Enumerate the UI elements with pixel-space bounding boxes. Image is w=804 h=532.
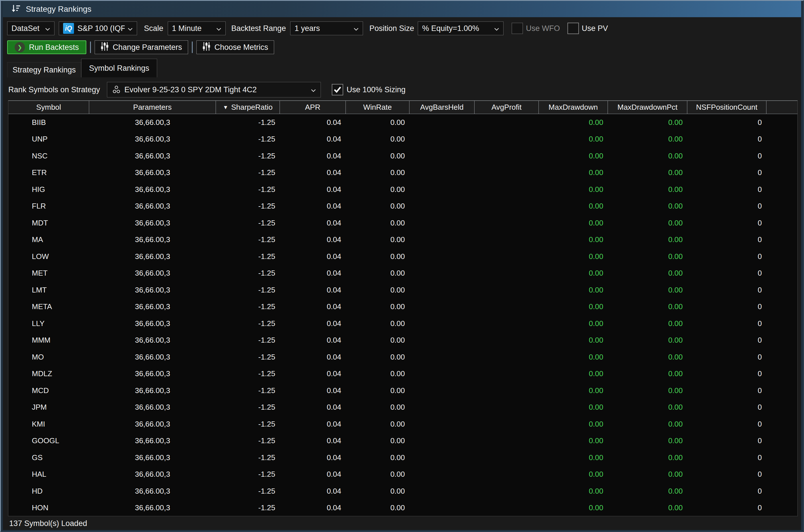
cell-symbol: META [8, 299, 89, 316]
cell-max_drawdown_pct: 0.00 [608, 148, 687, 165]
cell-win_rate: 0.00 [346, 214, 409, 231]
cell-max_drawdown: 0.00 [539, 433, 608, 450]
column-header-apr[interactable]: APR [280, 101, 346, 114]
column-header-symbol[interactable]: Symbol [8, 101, 89, 114]
column-header-parameters[interactable]: Parameters [89, 101, 216, 114]
cell-avg_bars_held [409, 399, 475, 416]
cell-max_drawdown_pct: 0.00 [608, 214, 687, 231]
table-row[interactable]: UNP36,66.00,3-1.250.040.000.000.000 [8, 131, 798, 148]
title-bar[interactable]: Strategy Rankings [3, 1, 801, 17]
cell-filler [766, 483, 798, 500]
cell-filler [766, 399, 798, 416]
table-row[interactable]: HD36,66.00,3-1.250.040.000.000.000 [8, 483, 798, 500]
cell-sharpe_ratio: -1.25 [216, 315, 280, 332]
table-row[interactable]: META36,66.00,3-1.250.040.000.000.000 [8, 299, 798, 316]
table-row[interactable]: MMM36,66.00,3-1.250.040.000.000.000 [8, 332, 798, 349]
dataset-dropdown[interactable]: DataSet [7, 21, 54, 35]
backtest-range-value: 1 years [294, 24, 351, 33]
table-row[interactable]: JPM36,66.00,3-1.250.040.000.000.000 [8, 399, 798, 416]
table-row[interactable]: LOW36,66.00,3-1.250.040.000.000.000 [8, 248, 798, 265]
table-row[interactable]: MO36,66.00,3-1.250.040.000.000.000 [8, 349, 798, 365]
column-header-max_drawdown[interactable]: MaxDrawdown [539, 101, 608, 114]
cell-max_drawdown_pct: 0.00 [608, 365, 687, 382]
table-row[interactable]: ETR36,66.00,3-1.250.040.000.000.000 [8, 165, 798, 181]
cell-symbol: MDLZ [8, 365, 89, 382]
cell-avg_profit [475, 299, 539, 316]
cell-max_drawdown: 0.00 [539, 231, 608, 248]
column-header-win_rate[interactable]: WinRate [346, 101, 409, 114]
use-wfo-checkbox [512, 23, 523, 34]
cell-filler [766, 181, 798, 198]
cell-win_rate: 0.00 [346, 165, 409, 181]
cell-avg_profit [475, 231, 539, 248]
cell-max_drawdown: 0.00 [539, 165, 608, 181]
table-row[interactable]: LMT36,66.00,3-1.250.040.000.000.000 [8, 282, 798, 299]
table-row[interactable]: NSC36,66.00,3-1.250.040.000.000.000 [8, 148, 798, 165]
status-text: 137 Symbol(s) Loaded [9, 519, 87, 528]
table-row[interactable]: HON36,66.00,3-1.250.040.000.000.000 [8, 500, 798, 516]
cell-filler [766, 282, 798, 299]
cell-avg_profit [475, 165, 539, 181]
choose-metrics-button[interactable]: Choose Metrics [196, 40, 274, 54]
rank-symbols-label: Rank Symbols on Strategy [8, 86, 100, 94]
cell-max_drawdown_pct: 0.00 [608, 416, 687, 433]
tab-strategy-rankings[interactable]: Strategy Rankings [7, 62, 81, 77]
cell-nsf_position_count: 0 [687, 165, 766, 181]
cell-avg_bars_held [409, 265, 475, 282]
cell-filler [766, 198, 798, 215]
cell-avg_bars_held [409, 416, 475, 433]
position-size-dropdown[interactable]: % Equity=1.00% [418, 21, 504, 35]
cell-parameters: 36,66.00,3 [89, 382, 216, 399]
column-header-sharpe_ratio[interactable]: ▼SharpeRatio [216, 101, 280, 114]
cell-sharpe_ratio: -1.25 [216, 131, 280, 148]
cell-parameters: 36,66.00,3 [89, 198, 216, 215]
cell-symbol: MA [8, 231, 89, 248]
cell-win_rate: 0.00 [346, 483, 409, 500]
use-pv-checkbox[interactable] [567, 23, 579, 34]
backtest-range-dropdown[interactable]: 1 years [290, 21, 363, 35]
cell-avg_bars_held [409, 466, 475, 483]
run-backtests-button[interactable]: ❯ Run Backtests [7, 40, 86, 54]
table-row[interactable]: MCD36,66.00,3-1.250.040.000.000.000 [8, 382, 798, 399]
tab-symbol-rankings[interactable]: Symbol Rankings [81, 59, 157, 77]
cell-parameters: 36,66.00,3 [89, 315, 216, 332]
cell-max_drawdown_pct: 0.00 [608, 265, 687, 282]
column-header-max_drawdown_pct[interactable]: MaxDrawdownPct [608, 101, 687, 114]
table-row[interactable]: BIIB36,66.00,3-1.250.040.000.000.000 [8, 114, 798, 131]
cell-avg_bars_held [409, 282, 475, 299]
cell-max_drawdown_pct: 0.00 [608, 483, 687, 500]
strategy-dropdown[interactable]: Evolver 9-25-23 0 SPY 2DM Tight 4C2 [107, 82, 321, 97]
table-row[interactable]: FLR36,66.00,3-1.250.040.000.000.000 [8, 198, 798, 215]
column-header-nsf_position_count[interactable]: NSFPositionCount [687, 101, 766, 114]
cell-avg_profit [475, 332, 539, 349]
cell-apr: 0.04 [280, 282, 346, 299]
table-row[interactable]: LLY36,66.00,3-1.250.040.000.000.000 [8, 315, 798, 332]
cell-avg_bars_held [409, 315, 475, 332]
table-row[interactable]: MA36,66.00,3-1.250.040.000.000.000 [8, 231, 798, 248]
scale-dropdown[interactable]: 1 Minute [168, 21, 226, 35]
cell-avg_profit [475, 265, 539, 282]
sliders-icon [100, 41, 109, 53]
table-row[interactable]: MDT36,66.00,3-1.250.040.000.000.000 [8, 214, 798, 231]
cell-max_drawdown: 0.00 [539, 299, 608, 316]
cell-filler [766, 382, 798, 399]
table-row[interactable]: HIG36,66.00,3-1.250.040.000.000.000 [8, 181, 798, 198]
column-header-label: AvgProfit [491, 103, 522, 112]
column-header-avg_bars_held[interactable]: AvgBarsHeld [409, 101, 475, 114]
table-row[interactable]: KMI36,66.00,3-1.250.040.000.000.000 [8, 416, 798, 433]
change-parameters-button[interactable]: Change Parameters [95, 40, 188, 54]
dataset-value-dropdown[interactable]: iQ S&P 100 (IQF [59, 21, 137, 35]
table-row[interactable]: GOOGL36,66.00,3-1.250.040.000.000.000 [8, 433, 798, 450]
toolbar-separator [90, 41, 91, 53]
column-header-avg_profit[interactable]: AvgProfit [475, 101, 539, 114]
use-100-sizing-checkbox[interactable] [332, 84, 343, 95]
table-row[interactable]: GS36,66.00,3-1.250.040.000.000.000 [8, 449, 798, 466]
cell-symbol: MO [8, 349, 89, 365]
cell-filler [766, 466, 798, 483]
table-row[interactable]: MDLZ36,66.00,3-1.250.040.000.000.000 [8, 365, 798, 382]
cell-filler [766, 165, 798, 181]
table-row[interactable]: HAL36,66.00,3-1.250.040.000.000.000 [8, 466, 798, 483]
cell-symbol: FLR [8, 198, 89, 215]
table-row[interactable]: MET36,66.00,3-1.250.040.000.000.000 [8, 265, 798, 282]
cell-parameters: 36,66.00,3 [89, 299, 216, 316]
